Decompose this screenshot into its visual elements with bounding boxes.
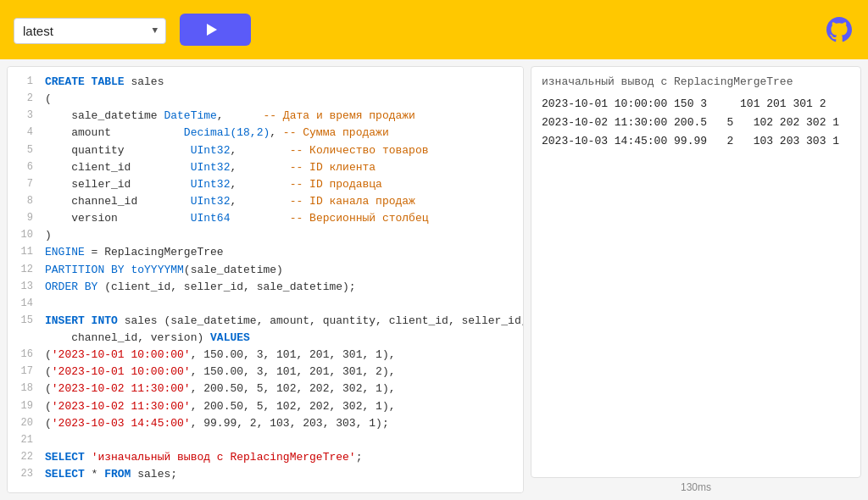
code-line: 2(: [8, 91, 523, 108]
version-selector-wrapper: latest: [14, 16, 166, 44]
line-content: ('2023-10-03 14:45:00', 99.99, 2, 103, 2…: [45, 415, 516, 432]
code-line: 7 seller_id UInt32, -- ID продавца: [8, 176, 523, 193]
line-number: 8: [14, 193, 33, 210]
line-number: 12: [14, 262, 33, 279]
code-line: 4 amount Decimal(18,2), -- Сумма продажи: [8, 125, 523, 142]
line-number: 23: [14, 466, 33, 483]
code-line: 15INSERT INTO sales (sale_datetime, amou…: [8, 313, 523, 330]
code-line: 21: [8, 432, 523, 449]
code-line: 17('2023-10-01 10:00:00', 150.00, 3, 101…: [8, 364, 523, 381]
code-line: 3 sale_datetime DateTime, -- Дата и врем…: [8, 108, 523, 125]
line-content: SELECT * FROM sales;: [45, 466, 516, 483]
line-content: [45, 432, 516, 449]
line-number: 14: [14, 296, 33, 313]
line-number: 2: [14, 91, 33, 108]
output-row: 2023-10-03 14:45:00 99.99 2 103 203 303 …: [542, 132, 850, 151]
code-panel[interactable]: 1CREATE TABLE sales2(3 sale_datetime Dat…: [7, 66, 524, 493]
output-box: изначальный вывод с ReplacingMergeTree 2…: [531, 66, 861, 478]
line-content: [45, 296, 516, 313]
line-number: 5: [14, 142, 33, 159]
code-line: 19('2023-10-02 11:30:00', 200.50, 5, 102…: [8, 398, 523, 415]
line-content: quantity UInt32, -- Количество товаров: [45, 142, 516, 159]
line-number: 18: [14, 381, 33, 397]
line-number: 22: [14, 449, 33, 466]
line-number: 6: [14, 159, 33, 176]
line-number: [14, 330, 33, 347]
timing: 130ms: [531, 478, 861, 493]
line-content: version UInt64 -- Версионный столбец: [45, 210, 516, 227]
line-content: ('2023-10-02 11:30:00', 200.50, 5, 102, …: [45, 381, 516, 397]
line-number: 11: [14, 244, 33, 261]
code-line: 22SELECT 'изначальный вывод с ReplacingM…: [8, 449, 523, 466]
line-content: ENGINE = ReplacingMergeTree: [45, 244, 516, 261]
header: latest: [0, 0, 868, 59]
line-content: seller_id UInt32, -- ID продавца: [45, 176, 516, 193]
line-number: 20: [14, 415, 33, 432]
version-select[interactable]: latest: [14, 18, 166, 44]
output-row: 2023-10-01 10:00:00 150 3 101 201 301 2: [542, 95, 850, 114]
line-number: 13: [14, 279, 33, 296]
code-line: 13ORDER BY (client_id, seller_id, sale_d…: [8, 279, 523, 296]
play-icon: [207, 24, 217, 36]
code-line: 11ENGINE = ReplacingMergeTree: [8, 244, 523, 261]
line-content: ('2023-10-02 11:30:00', 200.50, 5, 102, …: [45, 398, 516, 415]
code-line-continuation: channel_id, version) VALUES: [8, 330, 523, 347]
line-content: ('2023-10-01 10:00:00', 150.00, 3, 101, …: [45, 347, 516, 364]
line-number: 16: [14, 347, 33, 364]
line-content: PARTITION BY toYYYYMM(sale_datetime): [45, 262, 516, 279]
line-content: ORDER BY (client_id, seller_id, sale_dat…: [45, 279, 516, 296]
line-content: client_id UInt32, -- ID клиента: [45, 159, 516, 176]
line-content: channel_id UInt32, -- ID канала продаж: [45, 193, 516, 210]
line-number: 10: [14, 227, 33, 244]
line-number: 9: [14, 210, 33, 227]
line-number: 4: [14, 125, 33, 142]
code-line: 23SELECT * FROM sales;: [8, 466, 523, 483]
github-icon[interactable]: [824, 14, 854, 45]
output-panel: изначальный вывод с ReplacingMergeTree 2…: [531, 66, 861, 493]
line-number: 3: [14, 108, 33, 125]
code-line: 14: [8, 296, 523, 313]
output-row: 2023-10-02 11:30:00 200.5 5 102 202 302 …: [542, 114, 850, 132]
line-number: 21: [14, 432, 33, 449]
code-line: 8 channel_id UInt32, -- ID канала продаж: [8, 193, 523, 210]
version-select-wrapper[interactable]: latest: [14, 18, 166, 44]
line-content: sale_datetime DateTime, -- Дата и время …: [45, 108, 516, 125]
line-content: channel_id, version) VALUES: [45, 330, 516, 347]
line-number: 17: [14, 364, 33, 381]
code-line: 1CREATE TABLE sales: [8, 74, 523, 91]
code-line: 5 quantity UInt32, -- Количество товаров: [8, 142, 523, 159]
line-content: ): [45, 227, 516, 244]
code-line: 6 client_id UInt32, -- ID клиента: [8, 159, 523, 176]
code-line: 9 version UInt64 -- Версионный столбец: [8, 210, 523, 227]
line-number: 1: [14, 74, 33, 91]
code-line: 20('2023-10-03 14:45:00', 99.99, 2, 103,…: [8, 415, 523, 432]
line-number: 19: [14, 398, 33, 415]
run-query-button[interactable]: [180, 14, 251, 46]
line-content: INSERT INTO sales (sale_datetime, amount…: [45, 313, 524, 330]
line-content: CREATE TABLE sales: [45, 74, 516, 91]
output-header: изначальный вывод с ReplacingMergeTree: [542, 75, 850, 88]
line-number: 7: [14, 176, 33, 193]
output-rows: 2023-10-01 10:00:00 150 3 101 201 301 22…: [542, 95, 850, 151]
line-content: ('2023-10-01 10:00:00', 150.00, 3, 101, …: [45, 364, 516, 381]
line-number: 15: [14, 313, 33, 330]
code-line: 12PARTITION BY toYYYYMM(sale_datetime): [8, 262, 523, 279]
line-content: (: [45, 91, 516, 108]
line-content: amount Decimal(18,2), -- Сумма продажи: [45, 125, 516, 142]
code-line: 18('2023-10-02 11:30:00', 200.50, 5, 102…: [8, 381, 523, 397]
code-line: 10): [8, 227, 523, 244]
code-line: 16('2023-10-01 10:00:00', 150.00, 3, 101…: [8, 347, 523, 364]
line-content: SELECT 'изначальный вывод с ReplacingMer…: [45, 449, 516, 466]
main-content: 1CREATE TABLE sales2(3 sale_datetime Dat…: [0, 59, 868, 500]
